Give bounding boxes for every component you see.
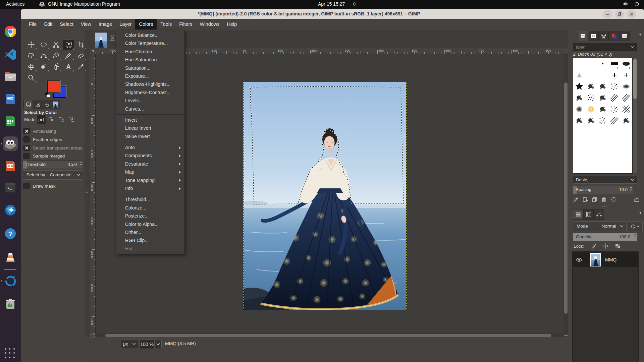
brush-thumbnail[interactable] (597, 58, 608, 69)
crop-tool[interactable] (75, 40, 87, 50)
brush-thumbnail[interactable] (585, 115, 597, 126)
menu-file[interactable]: File (25, 19, 40, 29)
menu-item-levels[interactable]: Levels... (116, 97, 184, 105)
duplicate-item-button[interactable] (590, 196, 598, 203)
panel-resize-grip[interactable] (85, 188, 89, 196)
lock-position-icon[interactable] (603, 243, 608, 249)
layer-mode-switch-button[interactable] (628, 221, 643, 231)
menu-item-brightness-contrast[interactable]: Brightness-Contrast... (116, 88, 184, 97)
menu-item-hot[interactable]: Hot... (116, 245, 184, 253)
power-icon[interactable] (634, 1, 639, 6)
checkbox-row-feather-edges[interactable]: Feather edges (23, 136, 62, 142)
brush-thumbnail[interactable] (597, 92, 608, 104)
paths-tool[interactable] (38, 51, 49, 61)
airbrush-tool[interactable] (50, 62, 62, 72)
checkbox-row-draw-mask[interactable]: Draw mask (23, 183, 56, 189)
select-by-color-tool[interactable] (63, 40, 75, 50)
brushes-tab[interactable] (578, 31, 588, 41)
selection-mode-replace[interactable] (36, 115, 46, 124)
image-canvas[interactable] (243, 82, 407, 310)
zoom-tool[interactable] (25, 73, 37, 83)
menu-item-color-balance[interactable]: Color Balance... (116, 31, 184, 39)
quick-mask-toggle[interactable] (90, 333, 95, 338)
menu-layer[interactable]: Layer (116, 19, 135, 29)
dock-item-impress[interactable] (3, 159, 18, 174)
dock-item-trash[interactable] (3, 297, 18, 311)
menu-item-posterize[interactable]: Posterize... (116, 212, 184, 220)
checkbox[interactable] (23, 153, 30, 159)
menu-item-value-invert[interactable]: Value Invert (116, 132, 184, 140)
checkbox-row-antialiasing[interactable]: Antialiasing (23, 128, 56, 134)
brush-thumbnail[interactable] (609, 115, 621, 126)
menu-item-color-temperature[interactable]: Color Temperature... (116, 39, 184, 47)
brush-thumbnail[interactable] (597, 104, 608, 115)
brush-thumbnail[interactable] (609, 69, 621, 81)
dialog-menu-icon[interactable] (639, 211, 642, 215)
dock-item-calc[interactable] (3, 114, 18, 129)
brush-thumbnail[interactable] (573, 58, 585, 69)
menu-select[interactable]: Select (56, 19, 77, 29)
brush-thumbnail[interactable] (621, 69, 632, 81)
new-item-button[interactable] (581, 196, 589, 203)
brush-thumbnail[interactable] (585, 69, 597, 81)
default-colors-swatch[interactable] (45, 93, 51, 98)
volume-icon[interactable] (623, 1, 628, 6)
menu-item-auto[interactable]: Auto (116, 143, 184, 152)
panel-divider-grip[interactable] (602, 206, 607, 207)
brush-thumbnail[interactable] (585, 81, 597, 92)
dock-item-writer[interactable] (3, 92, 18, 106)
channels-tab[interactable] (583, 209, 594, 220)
select-by-dropdown[interactable]: Select by Composite (23, 170, 83, 180)
menu-item-hue-saturation[interactable]: Hue-Saturation... (116, 56, 184, 64)
brush-thumbnail[interactable] (621, 104, 632, 115)
brush-thumbnail[interactable] (621, 58, 632, 69)
minimize-button[interactable] (603, 10, 612, 18)
checkbox[interactable] (23, 145, 30, 151)
bucket-fill-tool[interactable] (50, 51, 62, 61)
brush-thumbnail[interactable] (609, 81, 621, 92)
dock-item-software[interactable] (3, 274, 18, 288)
brush-grid-scrollbar[interactable] (633, 58, 637, 173)
brush-thumbnail[interactable] (597, 81, 608, 92)
image-thumbnail-tab[interactable] (51, 100, 60, 109)
menu-help[interactable]: Help (223, 19, 241, 29)
checkbox-row-sample-merged[interactable]: Sample merged (23, 153, 65, 159)
refresh-button[interactable] (609, 196, 617, 203)
menu-item-colorize[interactable]: Colorize... (116, 204, 184, 212)
menu-item-dither[interactable]: Dither... (116, 228, 184, 236)
restore-button[interactable] (615, 10, 624, 18)
smudge-tool[interactable] (38, 62, 49, 72)
brush-thumbnail[interactable] (609, 92, 621, 104)
checkbox[interactable] (23, 136, 30, 142)
show-applications-button[interactable] (5, 348, 16, 359)
brush-thumbnail[interactable] (621, 92, 632, 104)
gradients-tab[interactable] (609, 31, 619, 41)
zoom-level-field[interactable]: 100 % (139, 340, 155, 349)
activities-button[interactable]: Activities (6, 1, 24, 7)
brush-thumbnail[interactable] (609, 104, 621, 115)
tool-options-tab[interactable] (23, 100, 33, 109)
menu-windows[interactable]: Windows (196, 19, 223, 29)
menu-item-tone-mapping[interactable]: Tone Mapping (116, 176, 184, 184)
menu-item-saturation[interactable]: Saturation... (116, 64, 184, 72)
navigation-preview-button[interactable] (564, 333, 568, 338)
scissors-tool[interactable] (50, 40, 62, 50)
brush-thumbnail[interactable] (621, 81, 632, 92)
menu-image[interactable]: Image (95, 19, 116, 29)
edit-brush-button[interactable] (572, 196, 580, 203)
menu-item-hue-chroma[interactable]: Hue-Chroma... (116, 48, 184, 56)
delete-item-button[interactable] (600, 196, 608, 203)
clock[interactable]: Apr 15 15:27 (318, 1, 345, 7)
layer-thumbnail[interactable] (590, 253, 601, 266)
layer-visibility-eye-icon[interactable] (576, 257, 582, 262)
menu-item-shadows-highlights[interactable]: Shadows-Highlights... (116, 80, 184, 88)
brush-tag-dropdown[interactable]: Basic, (573, 176, 637, 184)
brush-thumbnail[interactable] (585, 58, 597, 69)
brush-variant-tab[interactable] (619, 31, 630, 41)
paths-tab[interactable] (594, 209, 604, 220)
gimp-titlebar[interactable]: *[MMQ] (imported)-2.0 (RGB color 8-bit g… (21, 9, 644, 19)
selection-mode-intersect[interactable] (67, 115, 76, 124)
spacing-spinner[interactable] (630, 187, 632, 191)
horizontal-scrollbar[interactable] (95, 333, 564, 338)
layer-mode-dropdown[interactable]: Mode Normal (573, 221, 627, 231)
